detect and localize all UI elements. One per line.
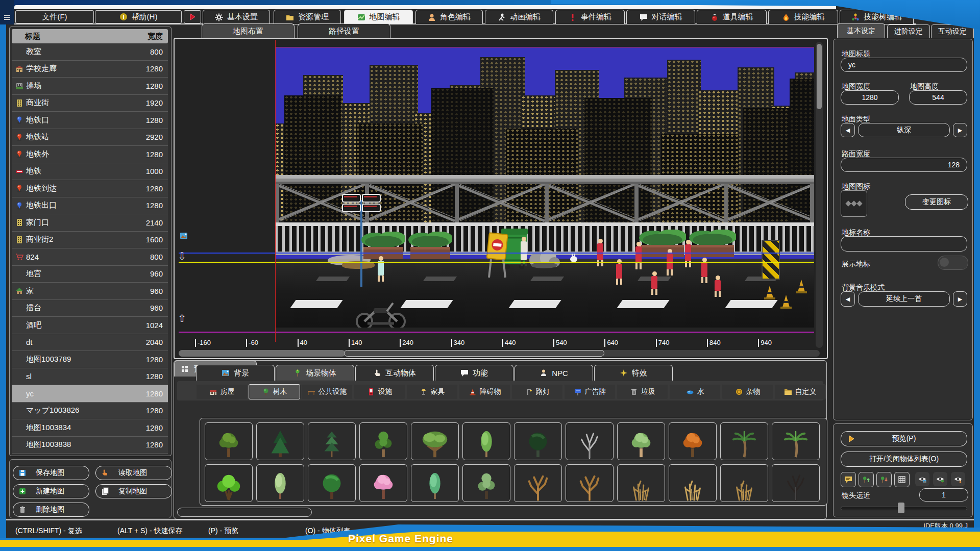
npc-character[interactable] (666, 249, 674, 276)
npc-character[interactable] (520, 237, 528, 266)
tool-button-eyeNpc[interactable] (951, 472, 965, 486)
category-tab-adsign[interactable]: 广告牌 (564, 384, 616, 399)
preset-item-tree[interactable] (617, 464, 665, 502)
map-viewport[interactable] (275, 47, 814, 328)
palette-tab-sparkle[interactable]: 特效 (594, 365, 673, 381)
map-list-row[interactable]: sl1280 (12, 368, 168, 386)
preset-item-tree[interactable] (359, 464, 407, 502)
map-list-row[interactable]: 地铁口1280 (12, 112, 168, 129)
map-list-row[interactable]: 酒吧1024 (12, 317, 168, 334)
menu-tab-dancer[interactable]: 动画编辑 (485, 10, 553, 24)
category-tab-water[interactable]: 水 (669, 384, 721, 399)
palette-tab-hand[interactable]: 互动物体 (355, 365, 434, 381)
map-list-row[interactable]: 教室800 (12, 43, 168, 61)
menu-tab-gear[interactable]: 基本设置 (203, 10, 270, 24)
bgm-mode-prev-button[interactable]: ◀ (841, 291, 855, 307)
map-list-row[interactable]: 商业街21600 (12, 232, 168, 249)
tool-button-treeUp[interactable] (859, 472, 874, 487)
map-icon-preview[interactable] (841, 190, 867, 217)
map-list-row[interactable]: 824800 (12, 248, 168, 266)
npc-character[interactable] (377, 256, 385, 282)
landmark-input[interactable] (841, 236, 967, 252)
tool-button-eyeImg[interactable] (915, 472, 929, 486)
map-list-row[interactable]: 地铁站2920 (12, 129, 168, 146)
help-menu-button[interactable]: 帮助(H) (95, 10, 182, 23)
menu-tab-flame[interactable]: 技能编辑 (768, 10, 838, 24)
map-list-row[interactable]: マップ10038261280 (12, 403, 168, 420)
category-tab-house2[interactable]: 房屋 (196, 384, 248, 399)
preset-item-tree[interactable] (772, 422, 820, 460)
preset-item-tree[interactable] (462, 422, 510, 460)
category-tab-bin[interactable]: 垃圾 (617, 384, 668, 399)
preset-item-tree[interactable] (720, 422, 768, 460)
camera-zoom-slider-handle[interactable] (898, 503, 904, 513)
tool-button-eyeTree[interactable] (933, 472, 947, 486)
map-list-row[interactable]: 商业街1920 (12, 95, 168, 112)
map-canvas[interactable]: -160-6040140240340440540640740840940 ⇩ ⇧ (174, 38, 828, 359)
map-list-row[interactable]: 操场1280 (12, 78, 168, 95)
npc-character[interactable] (650, 271, 658, 295)
preset-item-tree[interactable] (462, 464, 510, 502)
category-tab-streetlamp[interactable]: 路灯 (511, 384, 563, 399)
preset-item-tree[interactable] (566, 422, 614, 460)
map-title-input[interactable]: yc (841, 58, 967, 72)
map-list-row[interactable]: 地铁1000 (12, 163, 168, 181)
preset-item-tree[interactable] (256, 464, 304, 502)
map-list-row[interactable]: yc1280 (12, 385, 168, 403)
window-menu-icon[interactable] (1, 11, 13, 23)
tool-button-gridB[interactable] (894, 472, 910, 487)
map-list-row[interactable]: 家960 (12, 283, 168, 300)
menu-tab-folder[interactable]: 资源管理 (274, 10, 341, 24)
npc-character[interactable] (615, 259, 623, 285)
save-map-button[interactable]: 保存地图 (13, 466, 89, 480)
menu-tab-map[interactable]: 地图编辑 (344, 10, 413, 24)
preset-item-tree[interactable] (617, 422, 665, 460)
map-list-row[interactable]: 地铁外1280 (12, 146, 168, 163)
h-scrollbar-thumb[interactable] (344, 350, 604, 357)
show-landmark-toggle[interactable] (938, 256, 968, 270)
map-list-row[interactable]: 擂台960 (12, 300, 168, 317)
preset-item-tree[interactable] (411, 422, 459, 460)
change-icon-button[interactable]: 变更图标 (905, 194, 968, 210)
trash-map-button[interactable]: 删除地图 (13, 503, 89, 517)
preset-item-tree[interactable] (205, 422, 253, 460)
bgm-mode-next-button[interactable]: ▶ (953, 291, 967, 307)
map-height-input[interactable]: 544 (909, 90, 967, 105)
palette-tab-sapling[interactable]: 场景物体 (276, 365, 354, 381)
npc-character[interactable] (700, 258, 708, 283)
tab-basic-settings[interactable]: 基本设定 (837, 23, 885, 38)
tab-map-layout[interactable]: 地图布置 (202, 23, 295, 38)
npc-character[interactable] (596, 239, 604, 266)
load-map-button[interactable]: 读取地图 (95, 466, 172, 480)
npc-character[interactable] (714, 276, 722, 297)
preset-item-tree[interactable] (772, 464, 820, 502)
menu-tab-speech[interactable]: 对话编辑 (626, 10, 695, 24)
preset-item-tree[interactable] (411, 464, 459, 502)
tab-path-setting[interactable]: 路径设置 (298, 23, 390, 38)
category-tab-lamp[interactable]: 家具 (406, 384, 458, 399)
map-list-row[interactable]: 地图10038381280 (12, 437, 168, 454)
palette-tab-image[interactable]: 背景 (196, 365, 275, 381)
scroll-up-marker[interactable]: ⇧ (178, 312, 186, 324)
category-tab-machine[interactable]: 设施 (354, 384, 405, 399)
run-button[interactable] (184, 10, 201, 23)
preset-item-tree[interactable] (566, 464, 614, 502)
preset-item-tree[interactable] (514, 422, 562, 460)
map-list-row[interactable]: dt2040 (12, 334, 168, 352)
category-tab-bench[interactable]: 公共设施 (301, 384, 353, 399)
category-tab-treecat[interactable]: 树木 (249, 384, 300, 399)
map-list-row[interactable]: 学校走廊1280 (12, 61, 168, 78)
toggle-object-list-button[interactable]: 打开/关闭物体列表(O) (841, 452, 967, 467)
file-menu-button[interactable]: 文件(F) (15, 10, 94, 23)
preset-item-tree[interactable] (256, 422, 304, 460)
road-width-input[interactable]: 128 (841, 158, 967, 172)
map-list-row[interactable]: 地宫960 (12, 266, 168, 283)
npc-character[interactable] (634, 242, 643, 269)
palette-tab-npc[interactable]: NPC (514, 365, 593, 381)
map-list-row[interactable]: 地铁到达1280 (12, 180, 168, 197)
preset-item-tree[interactable] (720, 464, 768, 502)
preset-item-tree[interactable] (514, 464, 562, 502)
ground-type-prev-button[interactable]: ◀ (841, 123, 855, 137)
map-width-input[interactable]: 1280 (841, 90, 899, 105)
background-marker[interactable] (180, 232, 188, 242)
